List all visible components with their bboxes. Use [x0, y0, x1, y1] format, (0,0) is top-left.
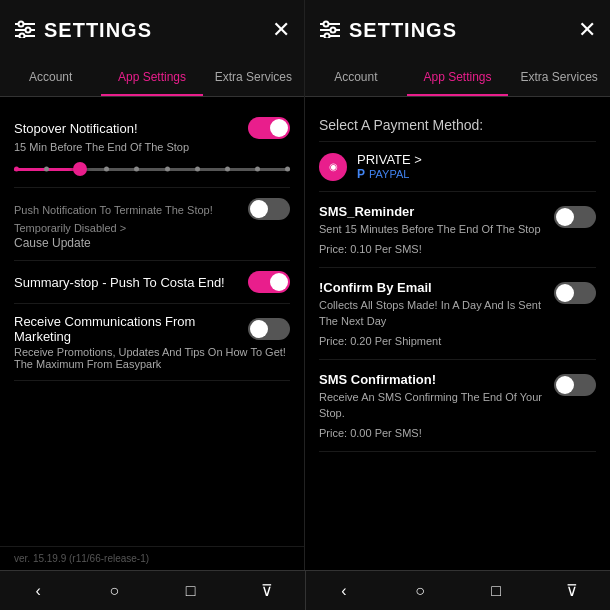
- sms-reminder-item: SMS_Reminder Sent 15 Minutes Before The …: [319, 192, 596, 268]
- slider-dots: [14, 167, 290, 172]
- payment-method-row[interactable]: ◉ PRIVATE > P PAYPAL: [319, 142, 596, 192]
- confirm-email-item: !Confirm By Email Collects All Stops Mad…: [319, 268, 596, 360]
- bottom-nav: ‹ ○ □ ⊽ ‹ ○ □ ⊽: [0, 570, 610, 610]
- summary-thumb: [270, 273, 288, 291]
- left-tabs: Account App Settings Extra Services: [0, 60, 304, 97]
- right-bottom-nav: ‹ ○ □ ⊽: [305, 570, 610, 610]
- confirm-email-header: !Confirm By Email Collects All Stops Mad…: [319, 280, 596, 329]
- receive-label: Receive Communications From Marketing: [14, 314, 248, 344]
- slider-thumb: [73, 162, 87, 176]
- summary-row: Summary-stop - Push To Costa End!: [14, 271, 290, 293]
- paypal-label: PAYPAL: [369, 168, 409, 180]
- svg-point-5: [20, 33, 25, 38]
- left-tab-app-settings[interactable]: App Settings: [101, 60, 202, 96]
- slider-dot-2: [44, 167, 49, 172]
- left-menu-icon[interactable]: ⊽: [247, 571, 287, 611]
- svg-point-11: [325, 33, 330, 38]
- left-panel: SETTINGS ✕ Account App Settings Extra Se…: [0, 0, 305, 570]
- receive-sublabel: Receive Promotions, Updates And Tips On …: [14, 346, 290, 370]
- push-label: Push Notification To Terminate The Stop!: [14, 204, 213, 216]
- stopover-row: Stopover Notification!: [14, 117, 290, 139]
- confirm-email-name: !Confirm By Email: [319, 280, 554, 295]
- payment-icon-symbol: ◉: [329, 161, 338, 172]
- sms-reminder-toggle[interactable]: [554, 206, 596, 228]
- right-square-icon[interactable]: □: [476, 571, 516, 611]
- right-panel-title: SETTINGS: [349, 19, 457, 42]
- right-home-icon[interactable]: ○: [400, 571, 440, 611]
- slider-dot-1: [14, 167, 19, 172]
- slider-dot-7: [195, 167, 200, 172]
- left-panel-title: SETTINGS: [44, 19, 152, 42]
- svg-point-1: [19, 21, 24, 26]
- svg-point-7: [324, 21, 329, 26]
- payment-icon: ◉: [319, 153, 347, 181]
- slider-dot-5: [134, 167, 139, 172]
- right-tab-extra-services[interactable]: Extra Services: [508, 60, 610, 96]
- right-tab-account[interactable]: Account: [305, 60, 407, 96]
- left-panel-header: SETTINGS ✕: [0, 0, 304, 60]
- left-close-icon[interactable]: ✕: [272, 19, 290, 41]
- confirm-email-info: !Confirm By Email Collects All Stops Mad…: [319, 280, 554, 329]
- stopover-sublabel: 15 Min Before The End Of The Stop: [14, 141, 290, 153]
- push-toggle[interactable]: [248, 198, 290, 220]
- version-text: ver. 15.19.9 (r11/66-release-1): [14, 553, 149, 564]
- push-thumb: [250, 200, 268, 218]
- right-panel-header: SETTINGS ✕: [305, 0, 610, 60]
- left-tab-account[interactable]: Account: [0, 60, 101, 96]
- slider-dot-6: [165, 167, 170, 172]
- sms-confirmation-header: SMS Confirmation! Receive An SMS Confirm…: [319, 372, 596, 421]
- confirm-email-desc: Collects All Stops Made! In A Day And Is…: [319, 298, 554, 329]
- right-header-left: SETTINGS: [319, 19, 457, 42]
- sms-confirmation-toggle[interactable]: [554, 374, 596, 396]
- left-back-icon[interactable]: ‹: [18, 571, 58, 611]
- version-bar: ver. 15.19.9 (r11/66-release-1): [0, 546, 304, 570]
- push-reason: Cause Update: [14, 236, 290, 250]
- sms-confirmation-name: SMS Confirmation!: [319, 372, 554, 387]
- left-settings-icon: [14, 20, 36, 41]
- right-back-icon[interactable]: ‹: [324, 571, 364, 611]
- stopover-thumb: [270, 119, 288, 137]
- stopover-toggle[interactable]: [248, 117, 290, 139]
- left-square-icon[interactable]: □: [171, 571, 211, 611]
- push-notification-item: Push Notification To Terminate The Stop!…: [14, 188, 290, 261]
- push-disabled-label: Temporarily Disabled >: [14, 222, 290, 234]
- slider-track: [14, 168, 290, 171]
- sms-confirmation-item: SMS Confirmation! Receive An SMS Confirm…: [319, 360, 596, 452]
- left-panel-content: Stopover Notification! 15 Min Before The…: [0, 97, 304, 546]
- stopover-slider[interactable]: [14, 161, 290, 177]
- payment-sub: P PAYPAL: [357, 167, 422, 181]
- right-menu-icon[interactable]: ⊽: [552, 571, 592, 611]
- push-row: Push Notification To Terminate The Stop!: [14, 198, 290, 220]
- left-bottom-nav: ‹ ○ □ ⊽: [0, 570, 305, 610]
- payment-section-header: Select A Payment Method:: [319, 107, 596, 142]
- slider-dot-4: [104, 167, 109, 172]
- slider-dot-8: [225, 167, 230, 172]
- stopover-label: Stopover Notification!: [14, 121, 138, 136]
- sms-reminder-info: SMS_Reminder Sent 15 Minutes Before The …: [319, 204, 541, 237]
- sms-confirmation-price: Price: 0.00 Per SMS!: [319, 427, 596, 439]
- summary-label: Summary-stop - Push To Costa End!: [14, 275, 225, 290]
- left-home-icon[interactable]: ○: [94, 571, 134, 611]
- svg-point-9: [331, 27, 336, 32]
- right-tabs: Account App Settings Extra Services: [305, 60, 610, 97]
- left-tab-extra-services[interactable]: Extra Services: [203, 60, 304, 96]
- confirm-email-toggle[interactable]: [554, 282, 596, 304]
- sms-reminder-name: SMS_Reminder: [319, 204, 541, 219]
- payment-label: PRIVATE >: [357, 152, 422, 167]
- right-close-icon[interactable]: ✕: [578, 19, 596, 41]
- receive-comms-item: Receive Communications From Marketing Re…: [14, 304, 290, 381]
- receive-toggle[interactable]: [248, 318, 290, 340]
- summary-toggle[interactable]: [248, 271, 290, 293]
- right-panel: SETTINGS ✕ Account App Settings Extra Se…: [305, 0, 610, 570]
- sms-confirmation-desc: Receive An SMS Confirming The End Of You…: [319, 390, 554, 421]
- right-tab-app-settings[interactable]: App Settings: [407, 60, 509, 96]
- payment-info: PRIVATE > P PAYPAL: [357, 152, 422, 181]
- right-panel-content: Select A Payment Method: ◉ PRIVATE > P P…: [305, 97, 610, 570]
- sms-reminder-thumb: [556, 208, 574, 226]
- stopover-notification-item: Stopover Notification! 15 Min Before The…: [14, 107, 290, 188]
- sms-reminder-price: Price: 0.10 Per SMS!: [319, 243, 596, 255]
- confirm-email-price: Price: 0.20 Per Shipment: [319, 335, 596, 347]
- receive-thumb: [250, 320, 268, 338]
- paypal-p-icon: P: [357, 167, 365, 181]
- sms-reminder-header: SMS_Reminder Sent 15 Minutes Before The …: [319, 204, 596, 237]
